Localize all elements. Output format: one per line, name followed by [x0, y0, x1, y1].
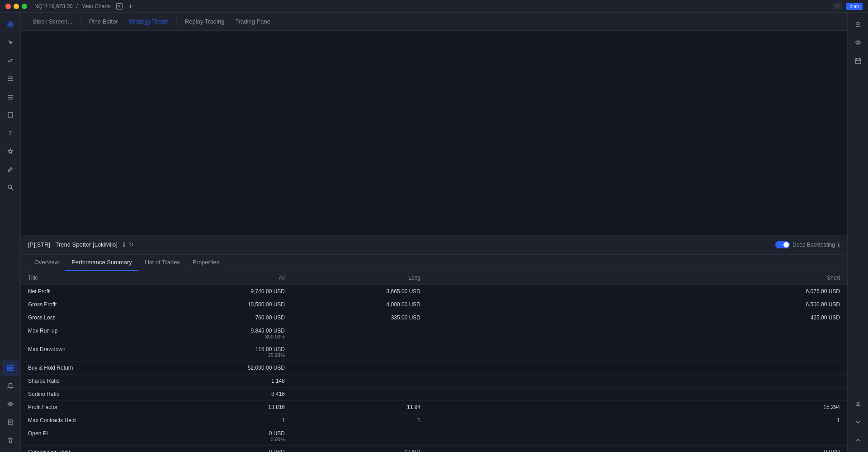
- sidebar-icon-clipboard[interactable]: [2, 414, 19, 430]
- col-header-short: Short: [428, 271, 847, 285]
- sidebar-icon-pencil[interactable]: [2, 161, 19, 177]
- sidebar-icon-cursor[interactable]: [2, 34, 19, 51]
- cell-all: 52,000.00 USD: [156, 362, 292, 375]
- cell-short: [428, 362, 847, 375]
- chart-subtitle: /: [76, 3, 78, 10]
- cell-title: Open PL: [21, 427, 156, 446]
- cell-title: Sortino Ratio: [21, 388, 156, 401]
- nav-stock-screener[interactable]: Stock Screen...: [28, 15, 77, 28]
- sidebar-icon-list[interactable]: [2, 89, 19, 105]
- nav-strategy-tester[interactable]: Strategy Tester: [124, 15, 173, 28]
- sidebar-icon-indicators[interactable]: [2, 71, 19, 87]
- table-row: Open PL0 USD0.00%: [21, 427, 847, 446]
- toggle-knob: [783, 242, 789, 247]
- right-sidebar-icon-calendar[interactable]: [850, 52, 866, 69]
- titlebar: NQ1! 19,623.00 / Main Charts ✕ + ⊡ blah: [0, 0, 868, 13]
- panel-header: [P][STR] - Trend Spotter [LokiMilo] ℹ ↻ …: [21, 235, 847, 255]
- right-sidebar-icon-settings[interactable]: [850, 34, 866, 51]
- sidebar-icon-strategy[interactable]: [2, 360, 19, 376]
- right-sidebar-icon-up[interactable]: [850, 432, 866, 448]
- cell-title: Net Profit: [21, 285, 156, 298]
- publish-button[interactable]: blah: [846, 3, 863, 10]
- sidebar-icon-search[interactable]: [2, 179, 19, 195]
- cell-long: [292, 324, 428, 343]
- svg-rect-13: [8, 368, 10, 371]
- chart-title: Main Charts: [81, 3, 111, 10]
- cell-short: 0 USD: [428, 446, 847, 452]
- cell-all: 0 USD0.00%: [156, 427, 292, 446]
- performance-table-container[interactable]: Title All Long Short Net Profit9,740.00 …: [21, 271, 847, 452]
- info-icon[interactable]: ℹ: [123, 241, 125, 248]
- col-header-long: Long: [292, 271, 428, 285]
- tab-performance-summary[interactable]: Performance Summary: [65, 255, 138, 271]
- cell-long: 0 USD: [292, 446, 428, 452]
- table-row: Max Drawdown115.00 USD25.93%: [21, 343, 847, 362]
- cell-all: 1: [156, 414, 292, 427]
- sidebar-icon-text[interactable]: T: [2, 125, 19, 141]
- export-icon[interactable]: ↑: [137, 241, 141, 248]
- svg-rect-23: [855, 59, 861, 63]
- tab-properties[interactable]: Properties: [186, 255, 226, 271]
- cell-title: Profit Factor: [21, 401, 156, 414]
- cell-short: 425.00 USD: [428, 311, 847, 324]
- tab-overview[interactable]: Overview: [28, 255, 65, 271]
- nav-separator-2: [176, 17, 177, 26]
- panel-tabs: Overview Performance Summary List of Tra…: [21, 255, 847, 271]
- toggle-switch[interactable]: [775, 241, 790, 248]
- refresh-icon[interactable]: ↻: [129, 241, 134, 248]
- deep-backtesting-info[interactable]: ℹ: [838, 242, 840, 248]
- svg-rect-7: [8, 113, 13, 117]
- cell-long: 4,000.00 USD: [292, 298, 428, 311]
- cell-long: [292, 343, 428, 362]
- sidebar-icon-bell[interactable]: [2, 378, 19, 394]
- tab-list-of-trades[interactable]: List of Trades: [138, 255, 186, 271]
- svg-point-9: [8, 185, 12, 189]
- cell-title: Max Drawdown: [21, 343, 156, 362]
- cell-long: [292, 362, 428, 375]
- toggle-label: Deep Backtesting: [793, 242, 835, 248]
- minimize-dot[interactable]: [14, 4, 19, 9]
- sidebar-icon-chart[interactable]: [2, 52, 19, 69]
- close-dot[interactable]: [5, 4, 11, 9]
- table-row: Commission Paid0 USD0 USD0 USD: [21, 446, 847, 452]
- table-row: Net Profit9,740.00 USD3,665.00 USD6,075.…: [21, 285, 847, 298]
- cell-title: Buy & Hold Return: [21, 362, 156, 375]
- right-sidebar-icon-down[interactable]: [850, 414, 866, 430]
- window-title: NQ1! 19,623.00: [34, 3, 73, 10]
- svg-rect-12: [11, 365, 13, 367]
- svg-point-27: [857, 402, 859, 404]
- window-controls: [5, 4, 27, 9]
- col-header-all: All: [156, 271, 292, 285]
- nav-pine-editor[interactable]: Pine Editor: [85, 15, 123, 28]
- cell-all: 9,845.00 USD300.00%: [156, 324, 292, 343]
- nav-replay-trading[interactable]: Replay Trading: [180, 15, 229, 28]
- cell-all: 0 USD: [156, 446, 292, 452]
- table-row: Gross Loss760.00 USD335.00 USD425.00 USD: [21, 311, 847, 324]
- svg-point-0: [6, 21, 14, 28]
- top-navbar: Stock Screen... Pine Editor Strategy Tes…: [21, 13, 847, 31]
- right-sidebar-icon-user[interactable]: [850, 16, 866, 33]
- cell-long: [292, 427, 428, 446]
- panel-header-icons: ℹ ↻ ↑: [123, 241, 141, 248]
- cell-title: Max Run-up: [21, 324, 156, 343]
- svg-point-22: [857, 42, 859, 44]
- sidebar-icon-draw[interactable]: [2, 107, 19, 123]
- performance-table: Title All Long Short Net Profit9,740.00 …: [21, 271, 847, 452]
- cell-long: 3,665.00 USD: [292, 285, 428, 298]
- table-row: Sharpe Ratio1.148: [21, 375, 847, 388]
- sidebar-icon-eye[interactable]: [2, 396, 19, 412]
- sidebar-icon-favorites[interactable]: [2, 143, 19, 159]
- cell-short: [428, 343, 847, 362]
- col-header-title: Title: [21, 271, 156, 285]
- right-sidebar-icon-person[interactable]: [850, 396, 866, 412]
- cell-short: [428, 427, 847, 446]
- nav-separator-1: [80, 17, 81, 26]
- window-action-1[interactable]: ⊡: [833, 3, 842, 10]
- tab-close-icon[interactable]: ✕: [116, 3, 123, 10]
- nav-trading-panel[interactable]: Trading Panel: [231, 15, 276, 28]
- sidebar-icon-trash[interactable]: [2, 432, 19, 448]
- maximize-dot[interactable]: [22, 4, 27, 9]
- cell-short: 6,500.00 USD: [428, 298, 847, 311]
- add-tab-button[interactable]: +: [126, 2, 135, 11]
- cell-all: 8.416: [156, 388, 292, 401]
